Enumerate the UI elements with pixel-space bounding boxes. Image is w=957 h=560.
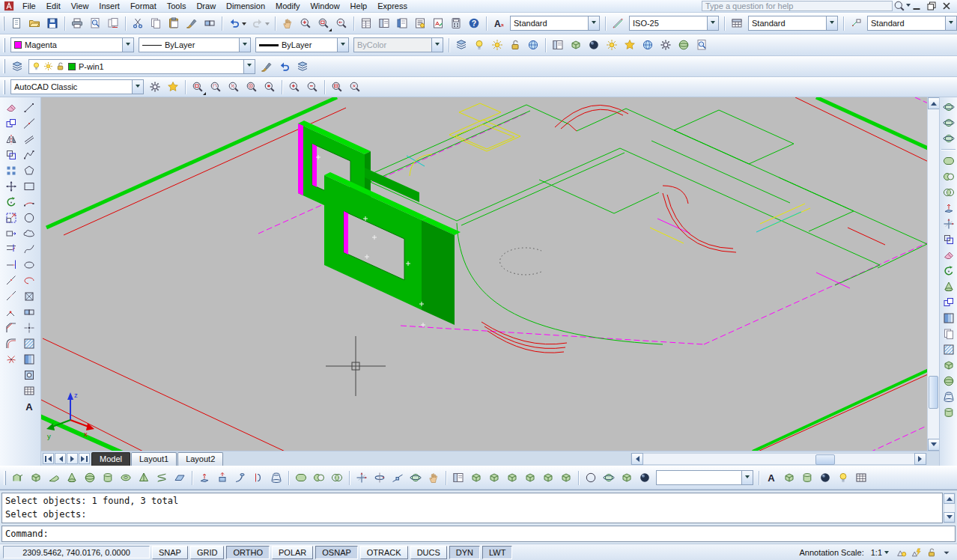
scroll-left-button[interactable] xyxy=(631,453,643,465)
horizontal-scroll-thumb[interactable] xyxy=(815,454,835,465)
copy-edges-icon[interactable] xyxy=(940,326,957,341)
command-scroll-down[interactable] xyxy=(944,512,955,523)
layer-lock-icon[interactable] xyxy=(506,37,524,54)
3d-move-icon[interactable] xyxy=(353,469,371,487)
help-search-input[interactable]: Type a question for help xyxy=(702,1,893,11)
back-view-icon[interactable] xyxy=(557,469,575,487)
erase-icon[interactable] xyxy=(3,100,20,115)
layer-isolate-icon[interactable] xyxy=(470,37,488,54)
restore-icon[interactable] xyxy=(924,1,939,12)
zoom-out-icon[interactable] xyxy=(303,79,321,96)
construction-line-icon[interactable] xyxy=(21,115,38,131)
markup-set-manager-icon[interactable] xyxy=(429,15,447,32)
offset-icon[interactable] xyxy=(3,147,20,162)
named-views-icon[interactable] xyxy=(549,37,567,54)
geographic-location-icon[interactable] xyxy=(524,37,542,54)
mirror-icon[interactable] xyxy=(3,131,20,147)
toolbar-grip[interactable] xyxy=(4,471,6,485)
minimize-icon[interactable] xyxy=(909,1,924,12)
fillet-icon[interactable] xyxy=(3,335,20,351)
redo-icon[interactable] xyxy=(249,15,272,32)
3d-hide-icon[interactable] xyxy=(567,37,585,54)
layout-tab[interactable]: Model xyxy=(91,452,130,466)
left-view-icon[interactable] xyxy=(503,469,521,487)
zoom-window-icon[interactable] xyxy=(189,79,207,96)
right-view-icon[interactable] xyxy=(521,469,539,487)
toolbar-lock-icon[interactable] xyxy=(924,546,939,559)
materials-icon[interactable] xyxy=(852,469,870,487)
workspace-combo[interactable]: AutoCAD Classic xyxy=(10,79,144,94)
layer-previous-icon[interactable] xyxy=(276,58,294,75)
annotation-scale-value[interactable]: 1:1 xyxy=(868,548,892,557)
hatch-icon[interactable] xyxy=(21,335,38,351)
block-editor-icon[interactable] xyxy=(201,15,219,32)
chamfer-icon[interactable] xyxy=(3,320,20,335)
box-icon[interactable] xyxy=(27,469,45,487)
cone-icon[interactable] xyxy=(63,469,81,487)
join-icon[interactable] xyxy=(3,304,20,320)
multiline-icon[interactable] xyxy=(21,131,38,147)
break-icon[interactable] xyxy=(3,288,20,304)
constrained-orbit-icon[interactable] xyxy=(940,99,957,115)
copy-icon[interactable] xyxy=(147,15,165,32)
zoom-realtime-icon[interactable] xyxy=(297,15,315,32)
menu-file[interactable]: File xyxy=(17,0,41,12)
wedge-icon[interactable] xyxy=(45,469,63,487)
revision-cloud-icon[interactable] xyxy=(21,225,38,241)
zoom-in-icon[interactable] xyxy=(285,79,303,96)
3d-pan-icon[interactable] xyxy=(425,469,443,487)
polygon-icon[interactable] xyxy=(21,162,38,178)
menu-help[interactable]: Help xyxy=(345,0,373,12)
toolbar-grip[interactable] xyxy=(3,38,5,52)
status-toggle[interactable]: OSNAP xyxy=(315,546,358,559)
3d-wireframe-icon[interactable] xyxy=(600,469,618,487)
sky-background-icon[interactable] xyxy=(621,37,639,54)
status-toggle[interactable]: GRID xyxy=(190,546,225,559)
menu-insert[interactable]: Insert xyxy=(94,0,125,12)
array-icon[interactable] xyxy=(3,162,20,178)
layout-tab[interactable]: Layout2 xyxy=(177,452,223,466)
point-icon[interactable] xyxy=(21,320,38,335)
plot-preview-icon[interactable] xyxy=(86,15,104,32)
designcenter-icon[interactable] xyxy=(375,15,393,32)
menu-tools[interactable]: Tools xyxy=(162,0,192,12)
toolbar-grip[interactable] xyxy=(3,80,5,94)
zoom-previous-icon[interactable] xyxy=(332,15,350,32)
zoom-window-icon[interactable] xyxy=(315,15,332,32)
menu-view[interactable]: View xyxy=(66,0,94,12)
menu-window[interactable]: Window xyxy=(305,0,344,12)
multileader-style-combo[interactable]: Standard xyxy=(867,16,957,31)
break-at-point-icon[interactable] xyxy=(3,273,20,288)
scroll-down-button[interactable] xyxy=(928,439,940,451)
ellipse-icon[interactable] xyxy=(21,257,38,273)
table-style-icon[interactable] xyxy=(728,15,746,32)
undo-icon[interactable] xyxy=(225,15,249,32)
status-toggle[interactable]: ORTHO xyxy=(226,546,270,559)
intersect-icon[interactable] xyxy=(940,184,957,200)
3d-align-icon[interactable] xyxy=(389,469,407,487)
intersect-icon[interactable] xyxy=(328,469,346,487)
close-icon[interactable] xyxy=(939,1,954,12)
vertical-scrollbar[interactable] xyxy=(927,97,939,451)
table-icon[interactable] xyxy=(21,383,38,398)
extend-icon[interactable] xyxy=(3,257,20,273)
scale-icon[interactable] xyxy=(3,210,20,225)
scroll-up-button[interactable] xyxy=(928,97,940,109)
layer-properties-manager-icon[interactable] xyxy=(8,58,26,75)
continuous-orbit-icon[interactable] xyxy=(940,130,957,146)
command-scroll-up[interactable] xyxy=(944,493,955,504)
menu-modify[interactable]: Modify xyxy=(270,0,305,12)
named-views-icon[interactable] xyxy=(449,469,467,487)
3d-orbit-icon[interactable] xyxy=(407,469,425,487)
circle-icon[interactable] xyxy=(21,210,38,225)
trim-icon[interactable] xyxy=(3,241,20,257)
layer-states-icon[interactable] xyxy=(294,58,312,75)
menu-draw[interactable]: Draw xyxy=(191,0,221,12)
color-edges-icon[interactable] xyxy=(940,341,957,357)
subtract-icon[interactable] xyxy=(310,469,328,487)
status-toggle[interactable]: DYN xyxy=(449,546,480,559)
zoom-scale-icon[interactable] xyxy=(225,79,243,96)
scroll-right-button[interactable] xyxy=(914,453,926,465)
3d-rotate-icon[interactable] xyxy=(371,469,389,487)
color-faces-icon[interactable] xyxy=(940,310,957,326)
